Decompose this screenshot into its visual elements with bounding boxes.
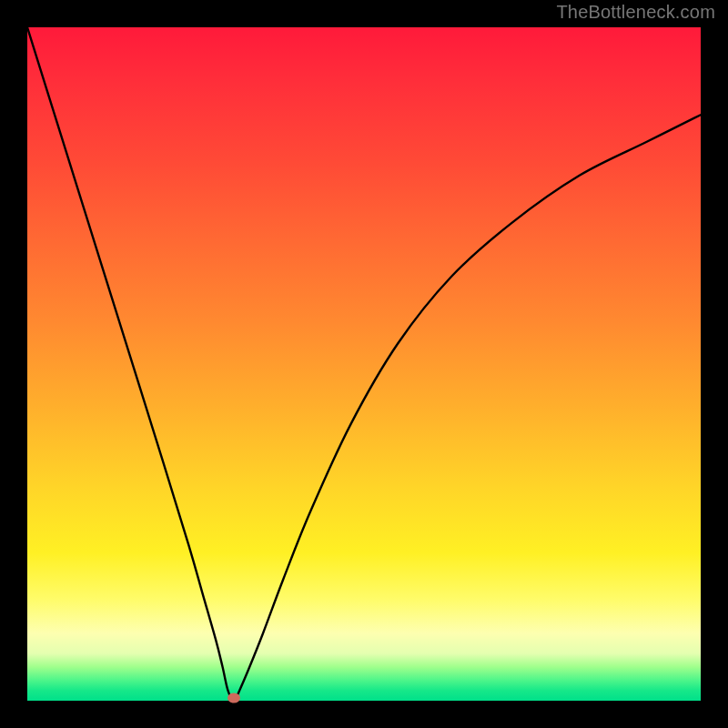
bottleneck-curve <box>27 27 701 701</box>
chart-frame: TheBottleneck.com <box>0 0 728 728</box>
plot-area <box>27 27 701 701</box>
minimum-marker-icon <box>228 693 240 703</box>
watermark-text: TheBottleneck.com <box>556 2 715 23</box>
curve-svg <box>27 27 701 701</box>
